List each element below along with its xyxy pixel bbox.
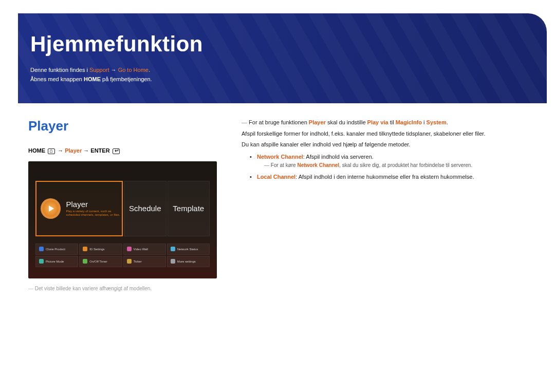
top-cards: Player Play a variety of content, such a… — [35, 181, 210, 236]
grid-item-picture-mode[interactable]: Picture Mode — [35, 256, 78, 267]
text: : Afspil indhold via serveren. — [303, 154, 374, 160]
card-schedule-title: Schedule — [129, 204, 161, 213]
ui-screenshot: Player Play a variety of content, such a… — [28, 161, 217, 278]
page: Hjemmefunktion Denne funktion findes i S… — [0, 0, 555, 392]
play-icon — [41, 198, 61, 219]
paragraph-1: Afspil forskellige former for indhold, f… — [242, 129, 529, 139]
arrow: → — [82, 147, 90, 154]
text: Denne funktion findes i — [30, 67, 89, 73]
card-player[interactable]: Player Play a variety of content, such a… — [35, 181, 123, 236]
network-icon — [171, 247, 175, 251]
network-channel-label: Network Channel — [257, 154, 303, 160]
text: : Afspil indhold i den interne hukommels… — [295, 174, 474, 180]
section-title: Player — [28, 118, 231, 134]
timer-icon — [83, 259, 87, 264]
playvia-label: Play via — [367, 119, 388, 125]
ticker-icon — [127, 259, 132, 264]
arrow: → — [109, 67, 118, 73]
card-template-title: Template — [173, 204, 204, 213]
magicinfo-label: MagicInfo — [396, 119, 422, 125]
home-icon — [48, 148, 55, 154]
grid-item-onoff-timer[interactable]: On/Off Timer — [79, 256, 122, 267]
disclaimer: Det viste billede kan variere afhængigt … — [28, 286, 231, 291]
more-icon — [171, 259, 175, 264]
home-button-label: HOME — [84, 76, 101, 82]
banner-line-1: Denne funktion findes i Support → Go to … — [30, 66, 534, 75]
grid-item-clone-product[interactable]: Clone Product — [35, 244, 78, 255]
grid-item-more-settings[interactable]: More settings — [167, 256, 210, 267]
picture-icon — [39, 259, 44, 264]
label: More settings — [177, 260, 196, 263]
text: på fjernbetjeningen. — [101, 76, 152, 82]
network-sub-note: For at køre Network Channel, skal du sik… — [264, 161, 529, 170]
text: , skal du sikre dig, at produktet har fo… — [339, 162, 472, 168]
banner: Hjemmefunktion Denne funktion findes i S… — [18, 13, 547, 103]
card-schedule[interactable]: Schedule — [124, 181, 166, 236]
grid-item-ticker[interactable]: Ticker — [123, 256, 166, 267]
usage-note: For at bruge funktionen Player skal du i… — [242, 118, 529, 127]
text: . — [149, 67, 150, 73]
system-label: System — [427, 119, 447, 125]
label: On/Off Timer — [89, 260, 107, 263]
paragraph-2: Du kan afspille kanaler eller indhold ve… — [242, 140, 529, 150]
support-label: Support — [89, 67, 109, 73]
text: For at bruge funktionen — [249, 119, 309, 125]
arrow: → — [58, 147, 65, 154]
player-label: Player — [309, 119, 326, 125]
text: til — [388, 119, 396, 125]
card-text: Player Play a variety of content, such a… — [66, 200, 122, 217]
card-player-title: Player — [66, 200, 122, 209]
label: Network Status — [177, 248, 198, 251]
local-channel-label: Local Channel — [257, 174, 295, 180]
enter-icon — [113, 148, 120, 154]
grid-item-network-status[interactable]: Network Status — [167, 244, 210, 255]
right-column: For at bruge funktionen Player skal du i… — [242, 118, 529, 185]
content-body: Player HOME → Player → ENTER Player Play… — [28, 118, 529, 387]
list-item-network: Network Channel: Afspil indhold via serv… — [250, 153, 529, 170]
list-item-local: Local Channel: Afspil indhold i den inte… — [250, 173, 529, 182]
chapter-title: Hjemmefunktion — [30, 32, 534, 57]
card-player-sub: Play a variety of content, such as sched… — [66, 210, 122, 217]
nav-player-label: Player — [65, 147, 82, 154]
label: ID Settings — [89, 248, 104, 251]
bottom-grid: Clone Product ID Settings Video Wall Net… — [35, 244, 210, 267]
left-column: Player HOME → Player → ENTER Player Play… — [28, 118, 231, 291]
label: Picture Mode — [46, 260, 64, 263]
text: i — [422, 119, 427, 125]
nav-path: HOME → Player → ENTER — [28, 147, 231, 154]
goto-home-label: Go to Home — [118, 67, 149, 73]
channel-list: Network Channel: Afspil indhold via serv… — [250, 153, 529, 182]
text: Åbnes med knappen — [30, 76, 84, 82]
wall-icon — [127, 247, 132, 251]
grid-item-video-wall[interactable]: Video Wall — [123, 244, 166, 255]
network-channel-label-2: Network Channel — [297, 162, 339, 168]
text: For at køre — [271, 162, 298, 168]
text: . — [447, 119, 448, 125]
nav-enter-label: ENTER — [90, 147, 109, 154]
id-icon — [83, 247, 87, 251]
label: Ticker — [134, 260, 142, 263]
grid-item-id-settings[interactable]: ID Settings — [79, 244, 122, 255]
label: Video Wall — [134, 248, 148, 251]
text: skal du indstille — [326, 119, 367, 125]
banner-line-2: Åbnes med knappen HOME på fjernbetjening… — [30, 75, 534, 84]
card-template[interactable]: Template — [168, 181, 210, 236]
label: Clone Product — [46, 248, 65, 251]
nav-home-label: HOME — [28, 147, 45, 154]
clone-icon — [39, 247, 44, 251]
